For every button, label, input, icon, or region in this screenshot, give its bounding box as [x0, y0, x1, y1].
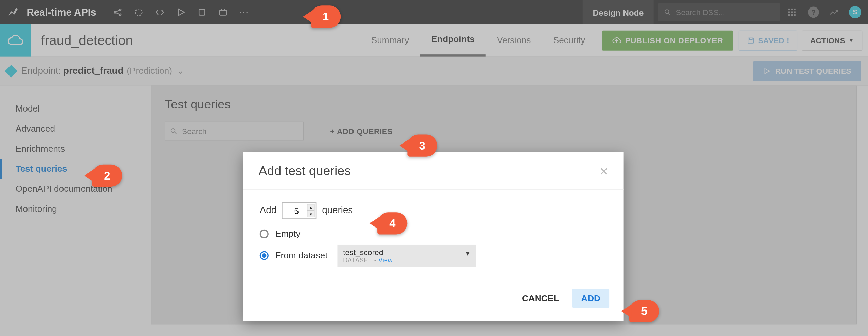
query-count-stepper[interactable]: ▲ ▼ — [282, 202, 316, 219]
radio-empty-label: Empty — [275, 229, 300, 239]
modal-close-button[interactable]: × — [600, 164, 608, 178]
annotation-2: 2 — [92, 165, 122, 187]
dataset-sub-prefix: DATASET — [343, 257, 372, 264]
radio-from-dataset[interactable] — [260, 251, 269, 260]
annotation-3: 3 — [407, 134, 437, 156]
add-test-queries-modal: Add test queries × Add ▲ ▼ queries — [243, 152, 624, 321]
modal-title: Add test queries — [258, 163, 351, 178]
dataset-view-link[interactable]: View — [378, 257, 393, 264]
radio-empty[interactable] — [260, 230, 269, 238]
annotation-1: 1 — [311, 5, 341, 28]
add-suffix: queries — [322, 205, 353, 216]
stepper-down[interactable]: ▼ — [307, 211, 315, 217]
dropdown-caret-icon: ▼ — [465, 250, 471, 257]
annotation-5: 5 — [629, 300, 659, 322]
query-count-input[interactable] — [289, 206, 304, 215]
stepper-up[interactable]: ▲ — [307, 204, 315, 211]
dataset-name: test_scored — [343, 248, 471, 257]
modal-cancel-button[interactable]: CANCEL — [519, 289, 562, 308]
modal-add-button[interactable]: ADD — [572, 289, 609, 308]
radio-from-dataset-label: From dataset — [275, 251, 327, 261]
add-prefix: Add — [260, 205, 276, 216]
annotation-4: 4 — [377, 212, 407, 234]
dataset-dropdown[interactable]: test_scored DATASET - View ▼ — [338, 245, 476, 267]
